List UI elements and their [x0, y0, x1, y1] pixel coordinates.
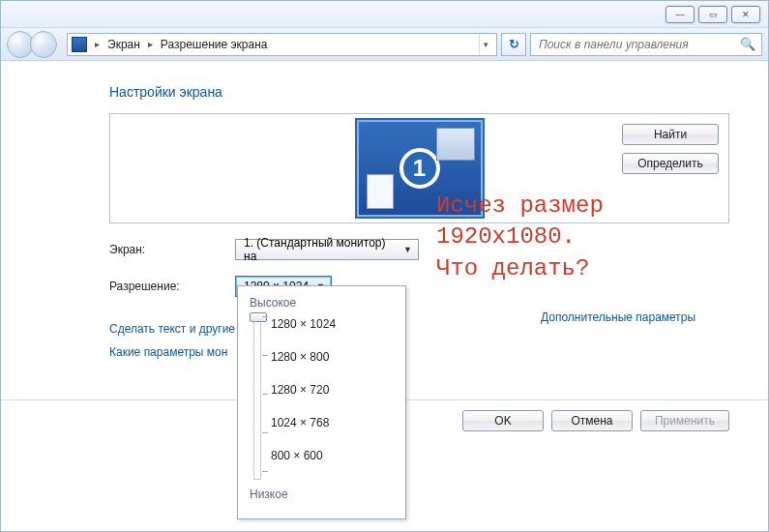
resolution-option[interactable]: 1280 × 1024	[271, 317, 336, 331]
forward-button[interactable]	[30, 31, 57, 58]
refresh-button[interactable]: ↻	[501, 33, 526, 56]
address-bar[interactable]: ▸ Экран ▸ Разрешение экрана ▾	[67, 33, 497, 56]
window-minimize-button[interactable]: —	[665, 6, 695, 23]
monitor-number-badge: 1	[399, 148, 440, 189]
screen-combo-value: 1. (Стандартный монитор) на	[244, 236, 398, 263]
minimize-icon: —	[676, 10, 685, 19]
resolution-popup: Высокое 1280 × 1024 1280 × 800 1280 × 72…	[237, 285, 406, 519]
resolution-label: Разрешение:	[109, 280, 235, 293]
search-icon[interactable]: 🔍	[740, 37, 755, 51]
resolution-option[interactable]: 800 × 600	[271, 449, 336, 462]
screen-label: Экран:	[109, 243, 235, 256]
monitor-document-icon	[367, 174, 394, 209]
search-input[interactable]	[537, 37, 740, 52]
nav-bar: ▸ Экран ▸ Разрешение экрана ▾ ↻ 🔍	[1, 28, 768, 61]
chevron-down-icon: ▼	[403, 245, 412, 254]
maximize-icon: ▭	[709, 10, 718, 19]
advanced-params-link[interactable]: Дополнительные параметры	[541, 310, 695, 324]
find-button[interactable]: Найти	[622, 124, 719, 145]
resolution-row: Разрешение: 1280 × 1024 ▼	[109, 276, 729, 297]
identify-button[interactable]: Определить	[622, 153, 719, 174]
monitor-preview-box: 1 Найти Определить	[109, 113, 729, 223]
breadcrumb-seg-1[interactable]: Экран	[107, 38, 140, 51]
user-annotation: Исчез размер 1920x1080. Что делать?	[436, 191, 604, 284]
window-close-button[interactable]: ✕	[731, 6, 760, 23]
apply-button[interactable]: Применить	[640, 410, 729, 431]
resolution-options: 1280 × 1024 1280 × 800 1280 × 720 1024 ×…	[271, 315, 336, 480]
which-params-link[interactable]: Какие параметры мон	[109, 345, 729, 359]
slider-tick	[262, 316, 268, 317]
slider-tick	[262, 471, 268, 472]
refresh-icon: ↻	[509, 37, 519, 51]
slider-low-label: Низкое	[250, 488, 396, 501]
control-panel-icon	[72, 37, 87, 52]
resolution-option[interactable]: 1024 × 768	[271, 416, 336, 429]
close-icon: ✕	[742, 10, 750, 19]
breadcrumb-seg-2[interactable]: Разрешение экрана	[161, 38, 268, 51]
page-title: Настройки экрана	[109, 84, 729, 100]
search-bar[interactable]: 🔍	[530, 33, 762, 56]
window-titlebar: — ▭ ✕	[1, 1, 768, 28]
slider-tick	[262, 432, 268, 433]
slider-tick	[262, 355, 268, 356]
resolution-option[interactable]: 1280 × 720	[271, 383, 336, 397]
resolution-slider-thumb[interactable]	[250, 312, 267, 322]
resolution-option[interactable]: 1280 × 800	[271, 350, 336, 364]
screen-combo[interactable]: 1. (Стандартный монитор) на ▼	[235, 239, 419, 260]
cancel-button[interactable]: Отмена	[551, 410, 633, 431]
chevron-right-icon: ▸	[148, 39, 153, 49]
window-maximize-button[interactable]: ▭	[698, 6, 727, 23]
address-dropdown-button[interactable]: ▾	[479, 34, 492, 55]
chevron-right-icon: ▸	[95, 39, 100, 49]
monitor-window-icon	[436, 128, 475, 161]
resolution-slider-track[interactable]	[253, 315, 261, 480]
text-size-link[interactable]: Сделать текст и другие	[109, 322, 729, 336]
slider-high-label: Высокое	[250, 296, 396, 310]
ok-button[interactable]: OK	[462, 410, 544, 431]
slider-tick	[262, 394, 268, 395]
screen-row: Экран: 1. (Стандартный монитор) на ▼	[109, 239, 729, 260]
